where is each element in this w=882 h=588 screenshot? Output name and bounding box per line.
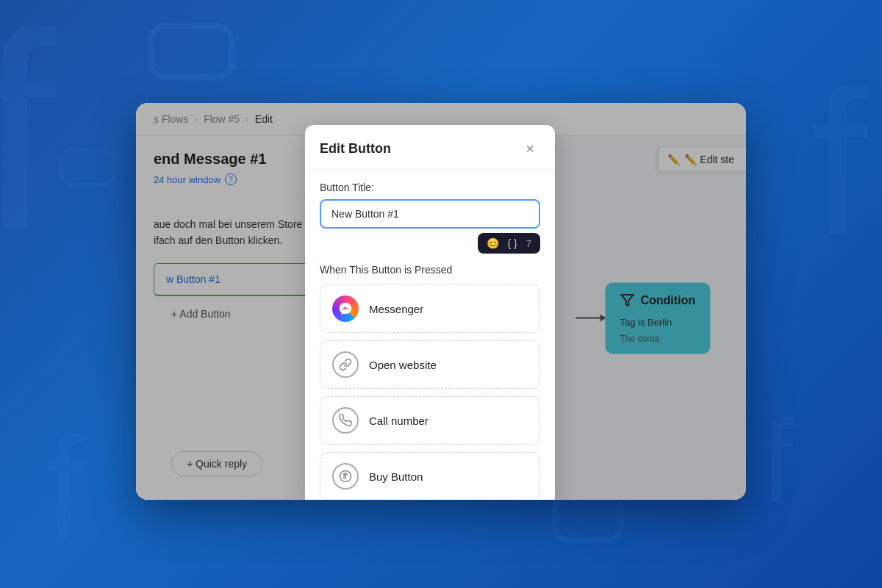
char-count: 7 xyxy=(526,238,531,249)
option-buy-button[interactable]: Buy Button xyxy=(320,452,540,500)
bg-fb-icon-3: f xyxy=(810,44,867,280)
svg-rect-1 xyxy=(555,496,621,540)
option-messenger[interactable]: Messenger xyxy=(320,284,540,333)
buy-icon-wrap xyxy=(332,463,359,490)
messenger-icon xyxy=(338,301,353,316)
svg-rect-0 xyxy=(151,26,232,77)
messenger-label: Messenger xyxy=(369,303,423,315)
modal-header: Edit Button × xyxy=(305,125,555,170)
button-title-input[interactable] xyxy=(320,199,540,229)
variable-button[interactable]: { } xyxy=(508,237,517,249)
dollar-icon xyxy=(339,470,352,483)
link-icon xyxy=(339,358,352,371)
modal-overlay: Edit Button × Button Title: 😊 { } 7 When… xyxy=(136,103,746,500)
button-title-input-wrap: 😊 { } 7 xyxy=(320,199,540,229)
buy-label: Buy Button xyxy=(369,470,423,483)
bg-fb-icon-2: f xyxy=(44,404,85,573)
call-icon-wrap xyxy=(332,407,359,434)
bg-fb-icon-1: f xyxy=(0,0,56,292)
input-toolbar: 😊 { } 7 xyxy=(478,233,540,254)
svg-rect-2 xyxy=(62,150,115,184)
option-call-number[interactable]: Call number xyxy=(320,396,540,445)
edit-button-modal: Edit Button × Button Title: 😊 { } 7 When… xyxy=(305,125,555,500)
emoji-button[interactable]: 😊 xyxy=(487,237,499,249)
messenger-icon-wrap xyxy=(332,295,359,322)
bg-fb-icon-4: f xyxy=(761,394,794,529)
when-pressed-label: When This Button is Pressed xyxy=(320,264,540,276)
button-title-label: Button Title: xyxy=(320,182,540,193)
option-open-website[interactable]: Open website xyxy=(320,340,540,389)
website-icon-wrap xyxy=(332,351,359,378)
option-list: Messenger Open website xyxy=(320,284,540,500)
modal-body: Button Title: 😊 { } 7 When This Button i… xyxy=(305,170,555,500)
modal-close-button[interactable]: × xyxy=(520,138,540,159)
call-label: Call number xyxy=(369,415,429,427)
website-label: Open website xyxy=(369,359,437,371)
modal-title: Edit Button xyxy=(320,141,391,157)
main-card: s Flows › Flow #5 › Edit end Message #1 … xyxy=(136,103,746,500)
bg-shape-3 xyxy=(59,147,118,187)
bg-shape-1 xyxy=(147,22,235,81)
phone-icon xyxy=(339,414,352,427)
bg-shape-2 xyxy=(551,492,625,544)
